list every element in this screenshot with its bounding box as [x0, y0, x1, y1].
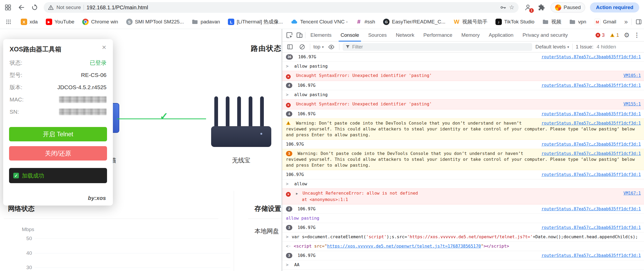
- source-link[interactable]: VM155:1: [624, 101, 641, 107]
- command-chevron-icon: >: [286, 64, 289, 69]
- tab-elements[interactable]: Elements: [306, 29, 335, 42]
- warning-icon: [610, 33, 615, 37]
- script-url-link[interactable]: https://xos.vvvvvv.de5.net/openwrt/telne…: [327, 244, 481, 249]
- bookmark-item[interactable]: GEasyTier/README_C...: [383, 19, 445, 25]
- source-link[interactable]: routerStatus.87ea57c…c3baab635ff1dcf3d:1: [542, 54, 641, 60]
- success-toast: ✓ 加载成功: [9, 168, 107, 183]
- inspect-element-icon[interactable]: [285, 31, 294, 40]
- tab-performance[interactable]: Performance: [419, 29, 456, 42]
- command-chevron-icon: >: [286, 181, 289, 186]
- action-required-label: Action required: [596, 5, 633, 10]
- source-link[interactable]: routerStatus.87ea57c…c3baab635ff1dcf3d:1: [542, 206, 641, 212]
- console-filter-input[interactable]: [352, 44, 512, 50]
- bookmark-item[interactable]: ▶YouTube: [46, 19, 75, 25]
- bookmark-item[interactable]: ##ssh: [356, 19, 375, 25]
- error-text: Uncaught SyntaxError: Unexpected identif…: [296, 73, 432, 78]
- profile-paused-chip[interactable]: Paused: [551, 2, 585, 13]
- bookmarks-overflow-chevron[interactable]: »: [624, 18, 628, 26]
- error-text: Uncaught SyntaxError: Unexpected identif…: [296, 101, 432, 106]
- source-link[interactable]: routerStatus.87ea57c…c3baab635ff1dcf3d:1: [542, 120, 641, 126]
- log-levels-dropdown[interactable]: Default levels ▾: [535, 44, 569, 50]
- string-literal: 'https://xos.vvvvvv.de5.net/openwrt/teln…: [407, 234, 533, 239]
- bookmark-item[interactable]: MGmail: [594, 19, 616, 25]
- html-attribute: src=: [312, 244, 325, 249]
- url-text[interactable]: 192.168.1.1/PC/main.html: [87, 5, 148, 11]
- bookmark-item[interactable]: L[LiThermal] 热成像...: [228, 18, 283, 25]
- bookmark-item[interactable]: ♪TikTok Studio: [495, 19, 534, 25]
- card-divider: [234, 191, 234, 271]
- source-link[interactable]: routerStatus.87ea57c…c3baab635ff1dcf3d:1: [542, 111, 641, 117]
- all-bookmarks-button[interactable]: All Bookmark: [635, 19, 644, 25]
- tab-privacy-security[interactable]: Privacy and security: [519, 29, 572, 42]
- warning-counter[interactable]: 1: [610, 32, 619, 38]
- source-link[interactable]: routerStatus.87ea57c…c3baab635ff1dcf3d:1: [542, 83, 641, 88]
- console-sidebar-icon[interactable]: [285, 42, 294, 51]
- bookmark-label: xda: [30, 19, 38, 25]
- tab-application[interactable]: Application: [485, 29, 518, 42]
- close-icon[interactable]: ×: [100, 43, 109, 52]
- device-toolbar-icon[interactable]: [295, 31, 304, 40]
- warning-icon: [286, 121, 291, 125]
- close-restore-button[interactable]: 关闭/还原: [9, 146, 107, 161]
- tab-sources[interactable]: Sources: [364, 29, 391, 42]
- repeat-count-badge: 3: [286, 225, 292, 230]
- repeat-count-badge: 3: [286, 253, 292, 258]
- warning-count: 1: [616, 32, 619, 38]
- devtools-settings-gear-icon[interactable]: ⚙: [622, 31, 631, 40]
- storage-settings-heading: 存储设置: [255, 204, 281, 213]
- expand-triangle-icon[interactable]: ▶: [296, 192, 298, 195]
- password-key-icon[interactable]: [500, 4, 506, 11]
- channels-favicon: W: [453, 19, 460, 25]
- console-command-row: > AA: [282, 260, 644, 270]
- bookmark-star-icon[interactable]: ☆: [509, 4, 514, 11]
- error-icon: ×: [286, 103, 291, 108]
- bookmark-item[interactable]: Chrome win: [82, 19, 118, 25]
- bookmark-item[interactable]: Tencent Cloud VNC -: [291, 18, 347, 25]
- extensions-puzzle-icon[interactable]: [537, 3, 546, 12]
- profile-sync-icon[interactable]: 1: [523, 3, 532, 12]
- tab-memory[interactable]: Memory: [457, 29, 484, 42]
- apps-icon[interactable]: [4, 18, 13, 26]
- devtools-kebab-menu-icon[interactable]: ⋮: [632, 31, 641, 40]
- bookmark-item[interactable]: W视频号助手: [453, 18, 487, 25]
- gridline: [35, 253, 230, 253]
- back-icon[interactable]: [17, 3, 26, 12]
- console-filter-box[interactable]: [343, 43, 532, 51]
- issues-counter[interactable]: 1 Issue:: [576, 44, 594, 50]
- xda-favicon: X: [21, 19, 27, 25]
- bookmark-label: padavan: [200, 19, 220, 25]
- bookmark-item[interactable]: padavan: [192, 19, 220, 25]
- source-link[interactable]: VM167:1: [624, 190, 641, 196]
- reload-icon[interactable]: [30, 3, 39, 12]
- console-command-row: > allow pasting: [282, 90, 644, 100]
- hidden-messages-note[interactable]: 4 hidden: [597, 44, 616, 50]
- bookmark-item[interactable]: SSMI MPTool SM225...: [126, 19, 184, 25]
- tab-console[interactable]: Console: [337, 29, 363, 42]
- clear-console-icon[interactable]: [298, 42, 307, 51]
- version-value: JDCOS-4.5.2.r4525: [58, 84, 106, 91]
- source-link[interactable]: routerStatus.87ea57c…c3baab635ff1dcf3d:1: [542, 141, 641, 147]
- bookmark-item[interactable]: 视频: [542, 18, 561, 25]
- grid-icon[interactable]: [4, 3, 12, 12]
- source-link[interactable]: VM105:1: [624, 73, 641, 79]
- console-error-row: VM167:1 × ▶ Uncaught ReferenceError: all…: [282, 188, 644, 204]
- tab-network[interactable]: Network: [392, 29, 419, 42]
- repeat-count-badge: 36: [286, 54, 293, 60]
- bookmark-label: [LiThermal] 热成像...: [237, 18, 283, 25]
- paused-label: Paused: [564, 5, 581, 10]
- source-link[interactable]: routerStatus.87ea57c…c3baab635ff1dcf3d:1: [542, 253, 641, 258]
- live-expression-eye-icon[interactable]: [327, 42, 336, 51]
- bookmark-item[interactable]: vpn: [569, 19, 586, 25]
- source-link[interactable]: routerStatus.87ea57c…c3baab635ff1dcf3d:1: [542, 172, 641, 178]
- enable-telnet-button[interactable]: 开启 Telnet: [9, 127, 107, 141]
- toast-message: 加载成功: [22, 172, 44, 179]
- action-required-button[interactable]: Action required: [590, 2, 639, 13]
- error-counter[interactable]: × 3: [596, 32, 605, 38]
- console-log-area[interactable]: routerStatus.87ea57c…c3baab635ff1dcf3d:1…: [282, 52, 644, 270]
- not-secure-icon: [48, 5, 54, 10]
- source-link[interactable]: routerStatus.87ea57c…c3baab635ff1dcf3d:1: [542, 151, 641, 157]
- frame-context-dropdown[interactable]: top ▾: [313, 44, 324, 50]
- address-bar[interactable]: Not secure 192.168.1.1/PC/main.html ☆: [44, 2, 519, 13]
- bookmark-item[interactable]: Xxda: [21, 19, 38, 25]
- source-link[interactable]: routerStatus.87ea57c…c3baab635ff1dcf3d:1: [542, 225, 641, 231]
